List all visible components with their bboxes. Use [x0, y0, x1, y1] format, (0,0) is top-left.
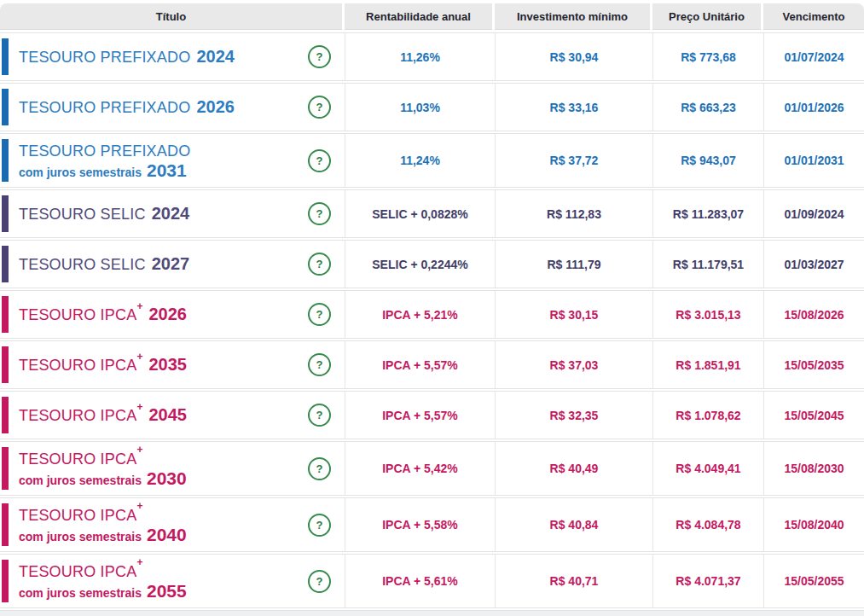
bond-title-link[interactable]: TESOURO PREFIXADO com juros semestrais20… [19, 141, 308, 181]
bond-title-link[interactable]: TESOURO PREFIXADO2024 [19, 47, 308, 67]
bond-name: TESOURO IPCA [19, 306, 136, 323]
bond-title-link[interactable]: TESOURO IPCA+2035 [19, 355, 308, 375]
help-icon[interactable]: ? [308, 570, 331, 593]
bond-title-link[interactable]: TESOURO SELIC2024 [19, 204, 308, 224]
plus-superscript: + [136, 401, 142, 413]
column-header-titulo: Título [0, 3, 342, 30]
bond-title-link[interactable]: TESOURO PREFIXADO2026 [19, 97, 308, 117]
help-icon[interactable]: ? [308, 457, 331, 480]
table-row: TESOURO IPCA+ com juros semestrais2040 ?… [0, 497, 864, 552]
table-row: TESOURO IPCA+2026 ? IPCA + 5,21% R$ 30,1… [0, 290, 864, 339]
min-investment-cell: R$ 111,79 [495, 241, 652, 288]
bond-year: 2026 [148, 305, 187, 323]
column-header-investimento-minimo: Investimento mínimo [495, 3, 650, 30]
bond-title-link[interactable]: TESOURO SELIC2027 [19, 254, 308, 274]
title-cell: TESOURO IPCA+ com juros semestrais2040 ? [0, 498, 345, 551]
maturity-date-cell: 01/09/2024 [763, 190, 864, 237]
annual-rate-cell: IPCA + 5,42% [345, 442, 495, 495]
bond-name: TESOURO IPCA [19, 407, 136, 424]
table-row: TESOURO SELIC2024 ? SELIC + 0,0828% R$ 1… [0, 189, 864, 238]
page-bottom-strip [0, 610, 864, 616]
bond-color-bar [2, 296, 9, 333]
help-icon[interactable]: ? [308, 202, 331, 225]
unit-price-cell: R$ 3.015,13 [652, 291, 763, 338]
bond-title-link[interactable]: TESOURO IPCA+2045 [19, 405, 308, 425]
min-investment-cell: R$ 37,72 [495, 134, 652, 187]
maturity-date-cell: 15/08/2030 [763, 442, 864, 495]
unit-price-cell: R$ 11.179,51 [652, 241, 763, 288]
table-header: Título Rentabilidade anual Investimento … [0, 3, 864, 30]
bond-color-bar [2, 195, 9, 232]
table-body: TESOURO PREFIXADO2024 ? 11,26% R$ 30,94 … [0, 32, 864, 608]
annual-rate-cell: IPCA + 5,21% [345, 291, 495, 338]
annual-rate-cell: SELIC + 0,2244% [345, 241, 495, 288]
bond-name: TESOURO IPCA [19, 507, 136, 524]
maturity-date-cell: 01/01/2031 [763, 134, 864, 187]
min-investment-cell: R$ 30,94 [495, 33, 652, 80]
table-row: TESOURO IPCA+2035 ? IPCA + 5,57% R$ 37,0… [0, 340, 864, 389]
bond-year: 2024 [196, 47, 235, 66]
bond-title-link[interactable]: TESOURO IPCA+2026 [19, 305, 308, 324]
bond-color-bar [2, 346, 9, 383]
min-investment-cell: R$ 40,71 [495, 555, 652, 607]
bond-year: 2024 [152, 204, 190, 223]
bond-subtitle: com juros semestrais [19, 530, 142, 543]
table-row: TESOURO IPCA+ com juros semestrais2055 ?… [0, 554, 864, 608]
maturity-date-cell: 01/07/2024 [763, 33, 864, 80]
unit-price-cell: R$ 1.851,91 [652, 341, 763, 388]
table-row: TESOURO IPCA+2045 ? IPCA + 5,57% R$ 32,3… [0, 391, 864, 439]
annual-rate-cell: 11,03% [345, 84, 495, 131]
help-icon[interactable]: ? [308, 45, 331, 68]
bond-name: TESOURO PREFIXADO [19, 49, 190, 66]
bond-table: Título Rentabilidade anual Investimento … [0, 0, 864, 608]
bond-color-bar [2, 246, 9, 282]
bond-title-link[interactable]: TESOURO IPCA+ com juros semestrais2030 [19, 449, 308, 489]
annual-rate-cell: IPCA + 5,61% [345, 555, 495, 607]
bond-title-link[interactable]: TESOURO IPCA+ com juros semestrais2040 [19, 505, 308, 545]
bond-subtitle: com juros semestrais [19, 166, 142, 179]
unit-price-cell: R$ 943,07 [652, 134, 763, 187]
table-row: TESOURO PREFIXADO2026 ? 11,03% R$ 33,16 … [0, 83, 864, 131]
help-icon[interactable]: ? [308, 353, 331, 376]
plus-superscript: + [136, 300, 142, 312]
bond-year: 2055 [147, 581, 187, 601]
help-icon[interactable]: ? [308, 404, 331, 427]
bond-color-bar [2, 447, 9, 490]
plus-superscript: + [136, 556, 142, 568]
help-icon[interactable]: ? [308, 303, 331, 326]
help-icon[interactable]: ? [308, 149, 331, 172]
annual-rate-cell: IPCA + 5,57% [345, 392, 495, 439]
bond-color-bar [2, 397, 9, 433]
help-icon[interactable]: ? [308, 253, 331, 276]
table-row: TESOURO PREFIXADO2024 ? 11,26% R$ 30,94 … [0, 32, 864, 81]
min-investment-cell: R$ 112,83 [495, 190, 652, 237]
unit-price-cell: R$ 1.078,62 [652, 392, 763, 439]
maturity-date-cell: 01/03/2027 [763, 241, 864, 288]
unit-price-cell: R$ 4.049,41 [652, 442, 763, 495]
bond-subtitle: com juros semestrais [19, 586, 142, 600]
maturity-date-cell: 15/05/2045 [763, 392, 864, 439]
bond-name: TESOURO IPCA [19, 450, 136, 468]
unit-price-cell: R$ 773,68 [652, 33, 763, 80]
table-row: TESOURO IPCA+ com juros semestrais2030 ?… [0, 441, 864, 496]
maturity-date-cell: 15/08/2026 [763, 291, 864, 338]
bond-title-link[interactable]: TESOURO IPCA+ com juros semestrais2055 [19, 561, 308, 601]
unit-price-cell: R$ 663,23 [652, 84, 763, 131]
unit-price-cell: R$ 4.071,37 [652, 555, 763, 607]
help-icon[interactable]: ? [308, 514, 331, 537]
bond-name: TESOURO IPCA [19, 563, 136, 580]
bond-name: TESOURO SELIC [19, 206, 146, 223]
annual-rate-cell: IPCA + 5,57% [345, 341, 495, 388]
maturity-date-cell: 15/05/2055 [763, 555, 864, 607]
column-header-preco-unitario: Preço Unitário [652, 3, 761, 30]
help-icon[interactable]: ? [308, 96, 331, 119]
title-cell: TESOURO SELIC2027 ? [0, 241, 345, 288]
bond-color-bar [2, 89, 9, 125]
bond-year: 2031 [147, 160, 187, 180]
title-cell: TESOURO IPCA+2035 ? [0, 341, 345, 388]
bond-color-bar [2, 38, 9, 75]
bond-name: TESOURO IPCA [19, 357, 136, 374]
annual-rate-cell: 11,24% [345, 134, 495, 187]
bond-year: 2026 [196, 97, 235, 116]
bond-color-bar [2, 139, 9, 182]
